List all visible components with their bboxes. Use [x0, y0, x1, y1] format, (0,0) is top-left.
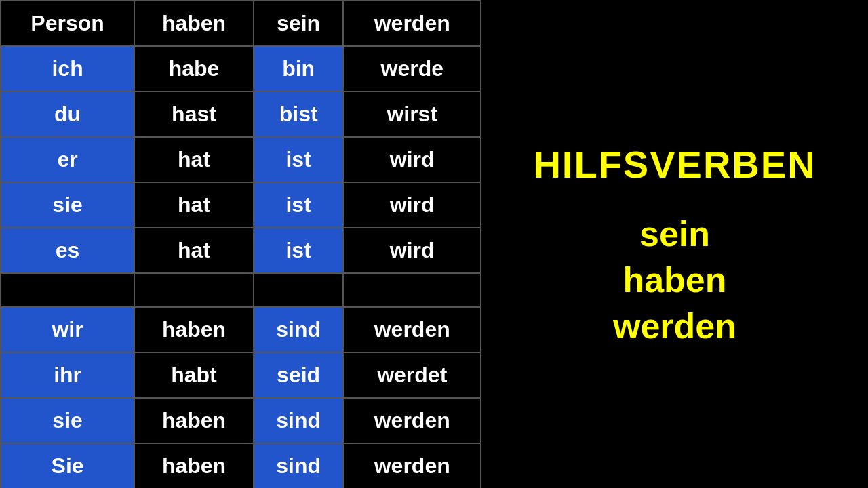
- cell-haben: habe: [134, 46, 254, 92]
- cell-haben: hat: [134, 228, 254, 273]
- cell-haben: habt: [134, 352, 254, 398]
- table-row: siehatistwird: [1, 182, 481, 228]
- header-haben: haben: [134, 1, 254, 46]
- cell-sein: ist: [254, 228, 344, 273]
- cell-sein: sind: [254, 307, 344, 352]
- cell-sein: bin: [254, 46, 344, 92]
- table-section: Person haben sein werden ichhabebinwerde…: [0, 0, 481, 488]
- conjugation-table: Person haben sein werden ichhabebinwerde…: [0, 0, 481, 488]
- cell-sein: bist: [254, 92, 344, 137]
- table-row: Siehabensindwerden: [1, 443, 481, 488]
- cell-person: es: [1, 228, 134, 273]
- empty-row: [1, 273, 481, 307]
- cell-person: ich: [1, 46, 134, 92]
- cell-sein: sind: [254, 443, 344, 488]
- cell-person: Sie: [1, 443, 134, 488]
- cell-werden: werden: [343, 398, 481, 443]
- cell-haben: haben: [134, 307, 254, 352]
- cell-sein: sind: [254, 398, 344, 443]
- cell-sein: ist: [254, 137, 344, 182]
- cell-werden: werde: [343, 46, 481, 92]
- cell-person: sie: [1, 182, 134, 228]
- cell-haben: hat: [134, 137, 254, 182]
- cell-person: du: [1, 92, 134, 137]
- hilfsverben-title: HILFSVERBEN: [533, 142, 816, 186]
- cell-werden: werden: [343, 443, 481, 488]
- table-row: ihrhabtseidwerdet: [1, 352, 481, 398]
- verb-werden: werden: [613, 306, 736, 346]
- verb-list: sein haben werden: [613, 214, 736, 346]
- table-row: duhastbistwirst: [1, 92, 481, 137]
- header-person: Person: [1, 1, 134, 46]
- table-row: wirhabensindwerden: [1, 307, 481, 352]
- header-sein: sein: [254, 1, 344, 46]
- cell-person: ihr: [1, 352, 134, 398]
- cell-person: er: [1, 137, 134, 182]
- cell-werden: werden: [343, 307, 481, 352]
- cell-sein: seid: [254, 352, 344, 398]
- cell-person: wir: [1, 307, 134, 352]
- cell-person: sie: [1, 398, 134, 443]
- cell-haben: haben: [134, 398, 254, 443]
- verb-sein: sein: [639, 214, 710, 254]
- cell-haben: hat: [134, 182, 254, 228]
- cell-sein: ist: [254, 182, 344, 228]
- table-row: ichhabebinwerde: [1, 46, 481, 92]
- table-row: eshatistwird: [1, 228, 481, 273]
- cell-werden: wird: [343, 228, 481, 273]
- verb-haben: haben: [623, 260, 726, 300]
- cell-werden: wirst: [343, 92, 481, 137]
- table-row: erhatistwird: [1, 137, 481, 182]
- header-werden: werden: [343, 1, 481, 46]
- cell-haben: hast: [134, 92, 254, 137]
- cell-haben: haben: [134, 443, 254, 488]
- right-panel: HILFSVERBEN sein haben werden: [481, 0, 868, 488]
- cell-werden: wird: [343, 182, 481, 228]
- cell-werden: wird: [343, 137, 481, 182]
- cell-werden: werdet: [343, 352, 481, 398]
- table-row: siehabensindwerden: [1, 398, 481, 443]
